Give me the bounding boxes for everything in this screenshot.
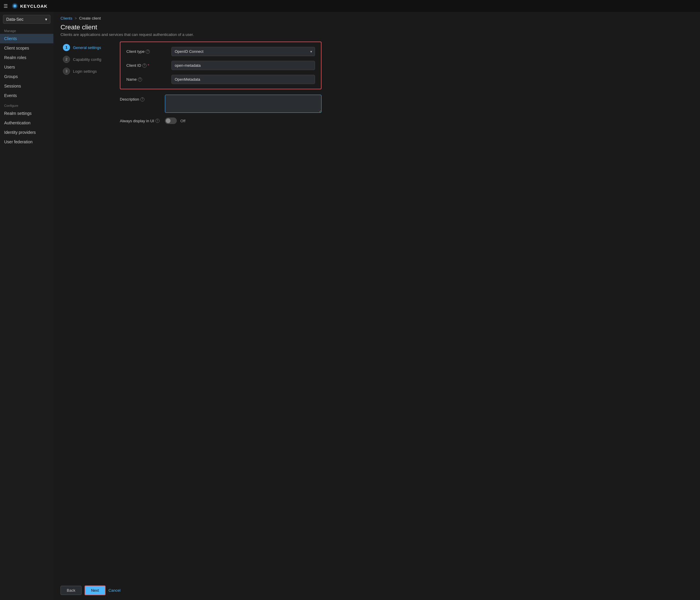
client-id-label: Client ID ? <box>126 61 168 68</box>
sidebar-item-authentication[interactable]: Authentication <box>0 118 53 127</box>
page-header: Create client Clients are applications a… <box>53 21 700 42</box>
sidebar-item-realm-settings[interactable]: Realm settings <box>0 109 53 118</box>
sidebar-item-users[interactable]: Users <box>0 62 53 72</box>
page-subtitle: Clients are applications and services th… <box>60 32 693 37</box>
always-display-toggle[interactable] <box>165 118 177 124</box>
manage-section-label: Manage <box>0 25 53 34</box>
realm-selector-label: Data-Sec <box>6 17 23 22</box>
client-type-row: Client type ? OpenID Connect SAML ▾ <box>126 47 315 56</box>
toggle-off-label: Off <box>180 119 185 123</box>
sidebar-item-client-scopes[interactable]: Client scopes <box>0 43 53 53</box>
sidebar-item-events[interactable]: Events <box>0 91 53 100</box>
logo: KEYCLOAK <box>11 2 47 9</box>
form-section-box: Client type ? OpenID Connect SAML ▾ <box>120 42 322 89</box>
sidebar-item-sessions[interactable]: Sessions <box>0 81 53 91</box>
description-info-icon[interactable]: ? <box>140 97 145 101</box>
step-2-number: 2 <box>63 56 70 63</box>
always-display-label: Always display in UI ? <box>120 119 161 123</box>
sidebar-item-user-federation[interactable]: User federation <box>0 137 53 147</box>
client-id-info-icon[interactable]: ? <box>142 64 147 68</box>
description-row: Description ? <box>120 95 322 113</box>
main-content: Clients > Create client Create client Cl… <box>53 12 700 600</box>
client-id-row: Client ID ? <box>126 61 315 70</box>
step-2[interactable]: 2 Capability config <box>60 54 108 65</box>
page-title: Create client <box>60 23 693 31</box>
step-3-number: 3 <box>63 68 70 75</box>
cancel-button[interactable]: Cancel <box>108 588 120 593</box>
breadcrumb-separator: > <box>75 16 77 21</box>
logo-text: KEYCLOAK <box>20 4 47 8</box>
breadcrumb-parent-link[interactable]: Clients <box>60 16 72 21</box>
client-id-input[interactable] <box>171 61 315 70</box>
step-2-label: Capability config <box>73 57 101 62</box>
sidebar: Data-Sec ▾ Manage Clients Client scopes … <box>0 12 53 600</box>
description-label: Description ? <box>120 95 161 101</box>
form-panel: Client type ? OpenID Connect SAML ▾ <box>120 42 322 581</box>
breadcrumb: Clients > Create client <box>53 12 700 21</box>
name-info-icon[interactable]: ? <box>138 77 142 81</box>
always-display-row: Always display in UI ? Off <box>120 118 322 124</box>
step-1-number: 1 <box>63 44 70 51</box>
name-row: Name ? <box>126 75 315 84</box>
realm-selector-arrow: ▾ <box>45 17 47 22</box>
step-3-label: Login settings <box>73 69 97 74</box>
steps-and-form: 1 General settings 2 Capability config 3… <box>60 42 693 581</box>
client-type-select-wrapper: OpenID Connect SAML ▾ <box>171 47 315 56</box>
configure-section-label: Configure <box>0 100 53 109</box>
client-type-label: Client type ? <box>126 47 168 54</box>
name-input[interactable] <box>171 75 315 84</box>
breadcrumb-current: Create client <box>79 16 101 21</box>
description-textarea[interactable] <box>165 95 322 113</box>
next-button[interactable]: Next <box>84 585 106 595</box>
always-display-info-icon[interactable]: ? <box>155 119 159 123</box>
topbar: ☰ KEYCLOAK <box>0 0 700 12</box>
keycloak-logo-icon <box>11 2 18 9</box>
step-1[interactable]: 1 General settings <box>60 42 108 53</box>
svg-point-2 <box>14 5 16 7</box>
sidebar-item-groups[interactable]: Groups <box>0 72 53 81</box>
steps-list: 1 General settings 2 Capability config 3… <box>60 42 108 581</box>
form-area: 1 General settings 2 Capability config 3… <box>53 42 700 581</box>
step-1-label: General settings <box>73 45 101 50</box>
back-button[interactable]: Back <box>60 586 81 595</box>
sidebar-item-identity-providers[interactable]: Identity providers <box>0 127 53 137</box>
name-label: Name ? <box>126 75 168 81</box>
bottom-bar: Back Next Cancel <box>53 581 700 600</box>
client-type-info-icon[interactable]: ? <box>146 50 150 54</box>
step-3[interactable]: 3 Login settings <box>60 66 108 76</box>
sidebar-item-realm-roles[interactable]: Realm roles <box>0 53 53 62</box>
menu-icon[interactable]: ☰ <box>4 3 8 9</box>
sidebar-item-clients[interactable]: Clients <box>0 34 53 43</box>
client-type-select[interactable]: OpenID Connect SAML <box>171 47 315 56</box>
realm-selector[interactable]: Data-Sec ▾ <box>3 15 50 24</box>
app-layout: Data-Sec ▾ Manage Clients Client scopes … <box>0 12 700 600</box>
toggle-slider <box>165 118 177 124</box>
